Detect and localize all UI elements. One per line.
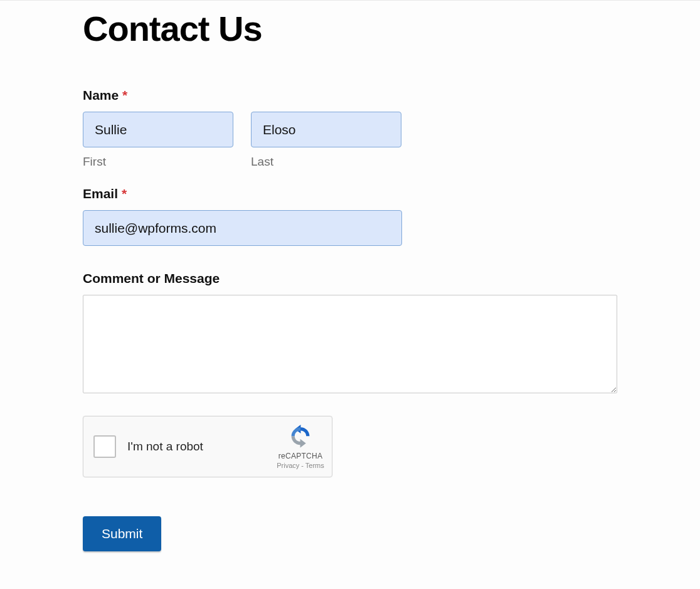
recaptcha-branding: reCAPTCHA Privacy - Terms (274, 424, 332, 469)
required-asterisk: * (122, 88, 127, 102)
name-field-group: Name * First Last (83, 88, 617, 169)
submit-button[interactable]: Submit (83, 516, 161, 551)
last-name-input[interactable] (251, 112, 401, 147)
comment-label: Comment or Message (83, 271, 617, 286)
recaptcha-widget: I'm not a robot reCAPTCHA Privacy - Term… (83, 416, 332, 477)
email-field-group: Email * (83, 186, 617, 246)
recaptcha-label: I'm not a robot (127, 440, 274, 454)
recaptcha-icon (287, 424, 314, 450)
recaptcha-checkbox[interactable] (93, 435, 116, 458)
recaptcha-brand-text: reCAPTCHA (278, 452, 323, 460)
first-name-input[interactable] (83, 112, 233, 147)
recaptcha-terms-link[interactable]: Terms (305, 462, 324, 469)
name-label-text: Name (83, 88, 119, 102)
required-asterisk: * (122, 186, 127, 201)
first-name-sublabel: First (83, 155, 233, 169)
recaptcha-links: Privacy - Terms (277, 462, 324, 469)
recaptcha-privacy-link[interactable]: Privacy (277, 462, 299, 469)
recaptcha-separator: - (299, 462, 305, 469)
name-label: Name * (83, 88, 617, 103)
page-title: Contact Us (83, 8, 617, 49)
email-input[interactable] (83, 210, 402, 246)
email-label-text: Email (83, 186, 118, 201)
comment-field-group: Comment or Message (83, 271, 617, 396)
comment-textarea[interactable] (83, 295, 617, 393)
last-name-sublabel: Last (251, 155, 401, 169)
email-label: Email * (83, 186, 617, 201)
